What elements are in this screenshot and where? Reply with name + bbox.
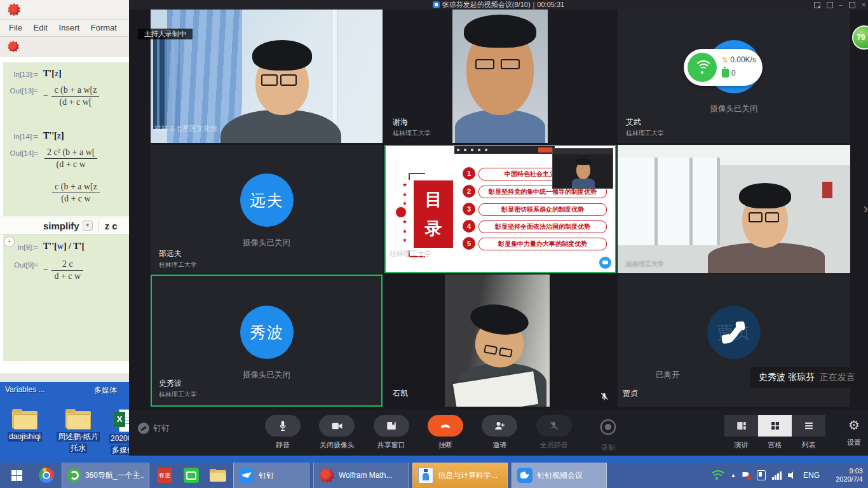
participant-name: 贾贞 [623,388,638,399]
taskbar-info-science-button[interactable]: 信息与计算科学... [412,463,508,488]
video-tile-xiehai[interactable]: 谢海 桂林理工大学 [384,10,616,143]
pip-mode-button[interactable] [814,2,820,8]
wifi-icon [688,53,717,82]
phone-icon [720,321,749,344]
clock[interactable]: 9:03 2020/7/4 [826,467,863,484]
video-tile-shikai[interactable]: 石凯 [384,274,616,407]
tray-date: 2020/7/4 [826,475,863,484]
close-button[interactable]: × [862,1,865,9]
language-indicator[interactable]: ENG [803,471,820,480]
hangup-icon [439,419,452,432]
camera-toggle-button[interactable]: 关闭摄像头 [314,415,360,452]
suggestion-simplify-button[interactable]: simplify [43,220,79,231]
video-tile-host[interactable]: 主持人录制中 桂林市七星区文化馆 [151,10,383,143]
mathematica-icon [8,3,20,16]
mute-all-icon [548,420,560,431]
chrome-icon [39,468,54,483]
in-label: In[9]:= [0,241,38,251]
menu-insert[interactable]: Insert [59,20,80,36]
wifi-tray-icon[interactable] [709,470,724,480]
taskbar-dingtalk-button[interactable]: 钉钉 [233,463,309,488]
desktop-icon-daojishiqi[interactable]: daojishiqi [0,409,50,442]
toc-item-number: 4 [463,220,475,233]
taskbar-recorder-button[interactable] [178,463,205,488]
person-figure [459,15,541,143]
settings-button[interactable]: ⚙ 设置 [839,415,868,447]
xiehai-video [384,10,616,143]
meeting-icon [433,1,440,8]
left-status: 已离开 [656,370,680,381]
video-band [452,10,548,143]
notebook-content[interactable]: In[13]:= T'[z] Out[13]= − c (b + a w[z(d… [0,57,129,374]
screen-share-tile[interactable]: ★★★★★★★ 目录 1 中国特色社会主义制度优势 2 彰显坚持党的集中统一领导… [384,145,616,273]
share-window-button[interactable]: 共享窗口 [369,415,414,452]
hangup-button[interactable]: 挂断 [423,415,468,452]
participant-org: 桂林理工大学 [626,259,664,268]
view-list-button[interactable]: 列表 [792,415,825,450]
mute-button[interactable]: 静音 [260,415,306,452]
folder-icon [12,409,37,428]
view-speaker-button[interactable]: 演讲 [724,415,758,450]
menu-file[interactable]: File [9,20,22,36]
windows-logo-icon [11,470,22,481]
desktop-icon-zhoushupeng[interactable]: 周述鹏-纸片 托水 [53,409,103,453]
video-tile-aiwu[interactable]: ⇅0.00K/s 0 摄像头已关闭 艾武 桂林理工大学 [618,10,850,143]
maximize-button[interactable] [849,2,855,8]
video-tile-shixiubo[interactable]: 秀波 摄像头已关闭 史秀波 桂林理工大学 [151,274,383,407]
output-expression: − c (b + a w[z(d + c w[ [38,85,100,107]
in-label: In[13]:= [0,69,38,78]
toc-banner: 目录 [414,180,453,248]
windows-scene [618,158,720,245]
list-view-icon [803,420,815,431]
invite-person-icon [494,420,505,431]
minimize-button[interactable]: – [839,1,843,9]
chevron-down-icon[interactable]: ▾ [83,220,93,231]
stop-share-button[interactable] [538,147,552,152]
taskbar-explorer-button[interactable] [205,463,231,488]
record-icon [599,417,618,437]
mathematica-titlebar[interactable] [0,0,129,20]
taskbar-youdao-button[interactable]: 有道 [151,463,178,488]
taskbar-chrome-button[interactable] [33,463,60,488]
participant-name: 艾武 [626,117,641,128]
folder-icon [210,469,226,482]
avatar: 贾贞 [707,306,761,359]
start-button[interactable] [0,463,33,488]
windows-taskbar: 360导航_一个主... 有道 钉钉 Wolfram Math... 信息与计算… [0,463,868,488]
taskbar-meeting-button[interactable]: 钉钉视频会议 [512,463,607,488]
screen-recorder-icon [184,468,199,483]
meeting-titlebar[interactable]: 张琼芬发起的视频会议(8/10)｜00:05:31 – × [129,0,868,10]
fullscreen-button[interactable] [827,2,833,8]
taskbar-360browser-button[interactable]: 360导航_一个主... [62,463,149,488]
slide-watermark: 桂林理工大学 [390,249,431,259]
record-button[interactable]: 录制 [585,415,631,452]
menu-edit[interactable]: Edit [34,20,48,36]
wolfram-icon [319,468,334,483]
person-figure [227,35,335,143]
device-tray-icon[interactable] [757,470,766,480]
participant-org: 桂林理工大学 [626,129,664,138]
taskbar-wolfram-button[interactable]: Wolfram Math... [313,463,409,488]
speaking-names: 史秀波 张琼芬 [759,372,815,383]
expand-panel-arrow[interactable]: › [864,201,868,217]
out-label: Out[14]= [0,147,38,157]
video-call-icon [517,468,532,483]
hidden-icons-arrow[interactable]: ▲ [731,472,736,478]
participant-name: 史秀波 [159,378,182,389]
menu-format[interactable]: Format [91,20,117,36]
chat-bubble-icon[interactable] [599,257,611,269]
view-grid-button[interactable]: 宫格 [758,415,792,450]
video-tile-room[interactable]: 桂林理工大学 [618,145,850,273]
mathematica-window: File Edit Insert Format C In[13]:= T'[z]… [0,0,129,381]
cellular-signal-icon[interactable] [772,471,782,480]
video-tile-shaoyuanfu[interactable]: 远夫 摄像头已关闭 邵远夫 桂林理工大学 [151,145,383,273]
action-center-flag-icon[interactable] [742,472,750,479]
suggestion-secondary-button[interactable]: z c [105,220,118,231]
mute-all-button[interactable]: 全员静音 [531,415,577,452]
notebook-titlebar[interactable] [0,37,129,58]
volume-icon[interactable] [788,471,797,479]
participant-name: 谢海 [393,117,408,128]
variables-palette-title: Variables ... [5,385,44,394]
invite-button[interactable]: 邀请 [477,415,522,452]
camera-off-status: 摄像头已关闭 [151,370,383,381]
